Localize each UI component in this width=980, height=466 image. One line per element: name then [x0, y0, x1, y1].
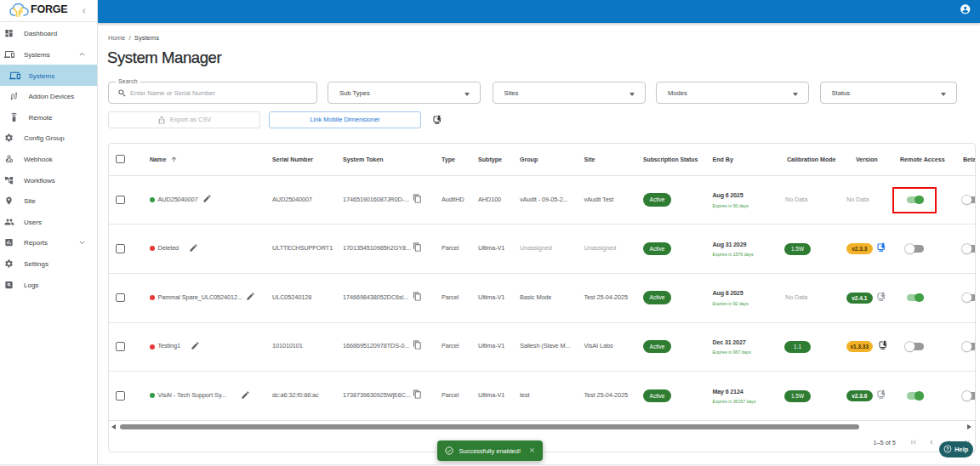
svg-text:?: ? [947, 446, 949, 452]
